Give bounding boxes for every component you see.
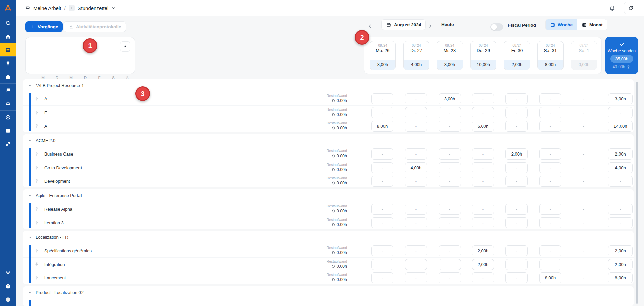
add-vorgaenge-button[interactable]: Vorgänge [25,21,63,32]
task-name[interactable]: Go to Development [44,165,82,170]
pin-icon[interactable] [34,96,39,101]
hours-input-do[interactable]: - [472,107,494,118]
hours-input-do[interactable]: - [472,217,494,228]
hours-input-mi[interactable]: 3,00h [439,93,461,104]
sidebar-item-home[interactable] [0,30,16,43]
sidebar-item-my-work[interactable] [0,43,16,56]
pin-icon[interactable] [34,178,39,184]
project-group-header[interactable]: *ALB Project Resource 1 [23,79,634,92]
hours-input-sa[interactable]: - [539,204,561,215]
task-name[interactable]: Lancement [44,275,66,280]
sidebar-item-profile[interactable] [0,293,16,306]
hours-input-mi[interactable]: - [439,162,461,173]
pin-icon[interactable] [34,206,39,212]
breadcrumb-page[interactable]: Stundenzettel [78,5,109,11]
vertical-scrollbar[interactable] [636,82,638,304]
sidebar-item-projects[interactable] [0,83,16,97]
hours-input-do[interactable]: 6,00h [472,121,494,132]
hours-input-fr[interactable]: - [505,259,528,270]
breadcrumb-workspace[interactable]: Meine Arbeit [33,5,61,11]
period-selector[interactable]: August 2024 [381,19,426,30]
hours-input-di[interactable]: 4,00h [405,162,427,173]
task-name[interactable]: Business Case [44,151,73,157]
hours-input-fr[interactable]: - [505,93,528,104]
project-group-header[interactable]: Agile - Enterprise Portal [23,189,634,202]
hours-input-do[interactable]: - [472,204,494,215]
pin-icon[interactable] [34,165,39,170]
hours-input-di[interactable]: - [405,217,427,228]
tab-month-view[interactable]: Monat [577,19,607,30]
swap-section-button[interactable] [69,5,75,11]
next-period-button[interactable] [427,23,434,30]
hours-input-do[interactable]: - [472,176,494,187]
hours-input-di[interactable]: - [405,148,427,160]
project-group-header[interactable]: Localization - FR [23,231,634,244]
hours-input-mi[interactable]: - [439,107,461,118]
hours-input-fr[interactable]: - [505,217,528,228]
task-name[interactable]: Release Alpha [44,207,72,212]
hours-input-mo[interactable]: - [371,93,393,104]
hours-input-mo[interactable]: - [371,272,393,283]
hours-input-mi[interactable]: - [439,148,461,160]
hours-input-sa[interactable]: 8,00h [539,272,561,283]
sidebar-item-goals[interactable] [0,110,16,124]
hours-input-sa[interactable]: - [539,217,561,228]
task-name[interactable]: Development [44,179,70,184]
hours-input-sa[interactable]: - [539,162,561,173]
hours-input-di[interactable]: - [405,93,427,104]
hours-input-fr[interactable]: 2,00h [505,148,528,160]
hours-input-mo[interactable]: - [371,107,393,118]
hours-input-mi[interactable]: - [439,272,461,283]
hours-input-mo[interactable]: - [371,245,393,256]
sidebar-item-workspace[interactable] [0,70,16,83]
pin-icon[interactable] [34,220,39,225]
hours-input-sa[interactable]: - [539,148,561,160]
pin-icon[interactable] [34,262,39,267]
sidebar-item-reports[interactable] [0,124,16,137]
export-week-button[interactable] [120,41,130,52]
sidebar-item-tools[interactable] [0,137,16,150]
hours-input-fr[interactable]: - [505,162,528,173]
sidebar-item-search[interactable] [0,16,16,30]
hours-input-fr[interactable]: - [505,107,528,118]
chevron-down-icon[interactable] [111,6,116,10]
task-name[interactable]: A [44,96,47,101]
hours-input-do[interactable]: - [472,272,494,283]
app-logo[interactable] [0,0,16,16]
hours-input-di[interactable]: - [405,204,427,215]
pin-icon[interactable] [34,248,39,253]
submit-week-button[interactable]: Woche senden 35,00h 40,00h [605,37,638,74]
task-name[interactable]: E [44,110,47,115]
hours-input-mi[interactable]: - [439,217,461,228]
hours-input-mi[interactable]: - [439,121,461,132]
hours-input-do[interactable]: - [472,93,494,104]
prev-period-button[interactable] [367,23,374,30]
hours-input-sa[interactable]: - [539,259,561,270]
hours-input-mo[interactable]: - [371,217,393,228]
hours-input-sa[interactable]: - [539,107,561,118]
sidebar-item-ideas[interactable] [0,56,16,70]
pin-icon[interactable] [34,123,39,129]
pin-icon[interactable] [34,110,39,115]
project-group-header[interactable]: ACME 2.0 [23,134,634,147]
pin-icon[interactable] [34,151,39,157]
task-name[interactable]: Spécifications générales [44,248,92,253]
tab-week-view[interactable]: Woche [546,19,577,30]
hours-input-fr[interactable]: - [505,204,528,215]
hours-input-mi[interactable]: - [439,245,461,256]
hours-input-mi[interactable]: - [439,176,461,187]
hours-input-sa[interactable]: - [539,93,561,104]
hours-input-fr[interactable]: - [505,121,528,132]
hours-input-di[interactable]: - [405,176,427,187]
hours-input-fr[interactable]: - [505,272,528,283]
project-group-header[interactable]: Product - Localization 02 [23,286,634,299]
sidebar-item-settings[interactable] [0,266,16,279]
hours-input-mo[interactable]: - [371,259,393,270]
hours-input-do[interactable]: - [472,162,494,173]
hours-input-mo[interactable]: - [371,148,393,160]
hours-input-mi[interactable]: - [439,259,461,270]
hours-input-do[interactable]: 2,00h [472,245,494,256]
task-name[interactable]: Iteration 3 [44,220,64,225]
today-button[interactable]: Heute [441,22,454,27]
hours-input-di[interactable]: - [405,272,427,283]
